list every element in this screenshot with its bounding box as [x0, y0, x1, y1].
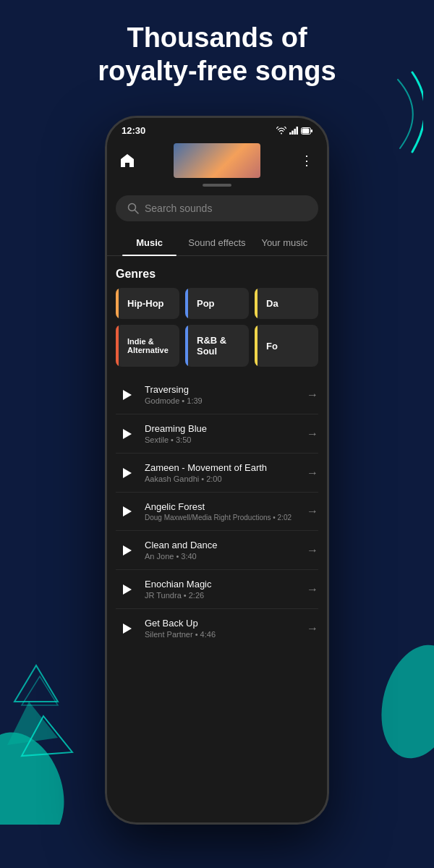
track-list: Traversing Godmode • 1:39 → Dreaming Blu… [107, 375, 327, 647]
svg-marker-1 [7, 702, 58, 745]
play-triangle-icon [123, 545, 132, 556]
status-time: 12:30 [122, 125, 145, 136]
track-arrow-2[interactable]: → [307, 467, 318, 480]
home-button[interactable] [116, 149, 139, 172]
track-arrow-4[interactable]: → [307, 544, 318, 557]
tab-sound-effects[interactable]: Sound effects [183, 230, 250, 255]
play-button-2[interactable] [116, 463, 136, 483]
genre-da[interactable]: Da [255, 288, 318, 319]
status-icons [276, 127, 312, 135]
track-info-2: Zameen - Movement of Earth Aakash Gandhi… [145, 462, 301, 483]
wifi-icon [276, 127, 286, 135]
track-arrow-6[interactable]: → [307, 622, 318, 635]
play-triangle-icon [123, 390, 132, 400]
deco-blob-bl [0, 644, 116, 825]
svg-marker-5 [22, 676, 58, 705]
track-arrow-0[interactable]: → [307, 388, 318, 401]
genre-fo[interactable]: Fo [255, 325, 318, 367]
svg-marker-2 [22, 716, 72, 756]
search-bar[interactable]: Search sounds [116, 195, 318, 221]
track-info-3: Angelic Forest Doug Maxwell/Media Right … [145, 501, 301, 522]
status-bar: 12:30 [107, 118, 327, 140]
genres-grid: Hip-Hop Pop Da Indie & Alternative R&B &… [107, 288, 327, 375]
battery-icon [301, 127, 312, 135]
tab-your-music[interactable]: Your music [251, 230, 318, 255]
genre-pop[interactable]: Pop [185, 288, 249, 319]
play-triangle-icon [123, 429, 132, 439]
svg-point-3 [370, 644, 434, 760]
svg-point-0 [0, 720, 79, 825]
svg-marker-4 [14, 665, 58, 702]
track-item[interactable]: Dreaming Blue Sextile • 3:50 → [116, 414, 318, 454]
track-info-4: Clean and Dance An Jone • 3:40 [145, 540, 301, 561]
play-button-3[interactable] [116, 501, 136, 522]
tabs-container: Music Sound effects Your music [107, 230, 327, 256]
track-info-5: Enochian Magic JR Tundra • 2:26 [145, 579, 301, 600]
deco-triangles [11, 651, 69, 709]
phone-frame: 12:30 [105, 116, 329, 825]
svg-rect-8 [294, 129, 296, 135]
track-arrow-3[interactable]: → [307, 505, 318, 518]
track-info-1: Dreaming Blue Sextile • 3:50 [145, 423, 301, 444]
genre-rb[interactable]: R&B & Soul [185, 325, 249, 367]
video-thumbnail[interactable] [174, 143, 260, 178]
search-placeholder: Search sounds [145, 203, 212, 214]
more-button[interactable]: ⋮ [295, 149, 318, 172]
signal-icon [289, 127, 298, 135]
track-item[interactable]: Angelic Forest Doug Maxwell/Media Right … [116, 493, 318, 531]
track-arrow-5[interactable]: → [307, 583, 318, 596]
track-arrow-1[interactable]: → [307, 427, 318, 441]
play-button-4[interactable] [116, 540, 136, 561]
track-info-0: Traversing Godmode • 1:39 [145, 384, 301, 405]
home-icon [119, 153, 135, 169]
track-item[interactable]: Zameen - Movement of Earth Aakash Gandhi… [116, 454, 318, 493]
svg-rect-11 [311, 129, 312, 132]
play-triangle-icon [123, 506, 132, 516]
play-button-6[interactable] [116, 618, 136, 639]
svg-rect-9 [297, 127, 299, 135]
top-bar: ⋮ [107, 140, 327, 184]
play-button-1[interactable] [116, 424, 136, 444]
play-triangle-icon [123, 624, 132, 634]
svg-rect-6 [289, 132, 292, 135]
track-item[interactable]: Enochian Magic JR Tundra • 2:26 → [116, 570, 318, 609]
track-item[interactable]: Get Back Up Silent Partner • 4:46 → [116, 609, 318, 647]
deco-blob-br [362, 644, 434, 760]
tab-music[interactable]: Music [116, 230, 183, 255]
genres-section-title: Genres [107, 265, 327, 288]
svg-line-14 [135, 210, 139, 214]
drag-handle [203, 184, 231, 187]
track-info-6: Get Back Up Silent Partner • 4:46 [145, 618, 301, 639]
play-triangle-icon [123, 584, 132, 595]
genre-indie[interactable]: Indie & Alternative [116, 325, 179, 367]
svg-rect-12 [302, 128, 310, 133]
svg-rect-7 [292, 131, 294, 135]
play-button-0[interactable] [116, 385, 136, 405]
play-triangle-icon [123, 468, 132, 478]
genre-hiphop[interactable]: Hip-Hop [116, 288, 179, 319]
play-button-5[interactable] [116, 579, 136, 600]
track-item[interactable]: Traversing Godmode • 1:39 → [116, 375, 318, 414]
track-item[interactable]: Clean and Dance An Jone • 3:40 → [116, 531, 318, 570]
search-icon [127, 203, 139, 214]
hero-title: Thousands of royalty-free songs [0, 22, 434, 88]
